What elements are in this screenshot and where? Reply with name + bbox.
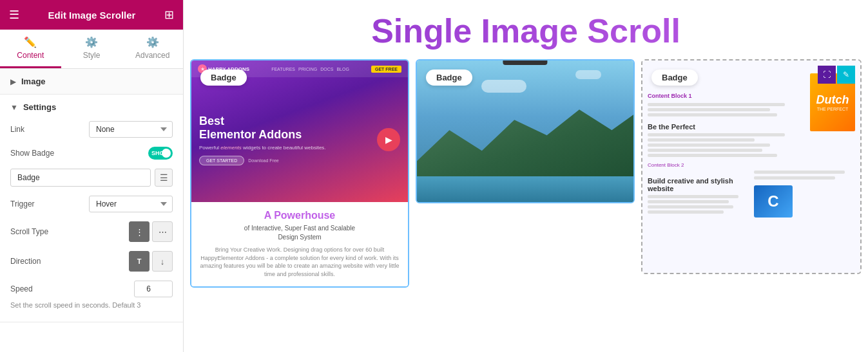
scroll-type-label: Scroll Type <box>10 227 62 236</box>
website-cta: GET FREE <box>371 66 401 73</box>
direction-down-btn[interactable]: ↓ <box>152 251 173 272</box>
scroll-type-field-row: Scroll Type ⋮ ⋯ <box>10 221 173 242</box>
page-title: Single Image Scroll <box>184 0 868 59</box>
nav-link-3: DOCS <box>320 67 333 71</box>
scroll-type-horizontal-btn[interactable]: ⋯ <box>152 221 173 242</box>
card2-badge: Badge <box>426 69 472 86</box>
link-label: Link <box>10 125 62 134</box>
direction-control: T ↓ <box>62 251 173 272</box>
tab-style[interactable]: ⚙️ Style <box>61 30 122 68</box>
doc-text-line-12 <box>648 210 724 214</box>
doc-text-line-8 <box>648 154 777 157</box>
doc-text-line-1 <box>648 103 785 106</box>
expand-icon[interactable]: ⛶ <box>818 66 836 84</box>
show-badge-label: Show Badge <box>10 149 62 158</box>
right-content: Single Image Scroll Badge ★ HAPPY ADDONS… <box>184 0 868 352</box>
website-hero-subtitle: Powerful elements widgets to create beau… <box>199 145 371 151</box>
card-website: Badge ★ HAPPY ADDONS FEATURES PRICING DO… <box>190 59 409 287</box>
website-buttons: GET STARTED Download Free <box>199 156 371 165</box>
trigger-select[interactable]: Hover Click Auto <box>89 196 173 212</box>
image-section-title: Image <box>21 77 46 86</box>
toolbar-move-btn[interactable]: ⠿ <box>519 59 531 63</box>
scroll-type-vertical-btn[interactable]: ⋮ <box>129 221 149 242</box>
doc-highlight-box: C <box>754 185 793 218</box>
card3-doc-content: Content Block 1 Dutch THE PERFECT Be the… <box>642 60 860 273</box>
toolbar-close-btn[interactable]: × <box>534 59 544 63</box>
panel-title: Edit Image Scroller <box>48 10 136 21</box>
doc-text-line-9 <box>648 195 738 198</box>
settings-title: Settings <box>23 102 56 112</box>
style-tab-icon: ⚙️ <box>85 36 98 48</box>
tab-content[interactable]: ✏️ Content <box>0 30 61 68</box>
speed-hint: Set the scroll speed in seconds. Default… <box>10 301 173 309</box>
badge-input-row: ☰ <box>10 169 173 187</box>
panel-content: ▶ Image ▼ Settings Link None URL Media F… <box>0 69 183 352</box>
link-control: None URL Media File <box>62 121 173 138</box>
direction-top-btn[interactable]: T <box>129 251 149 272</box>
speed-input[interactable] <box>134 281 173 297</box>
website-hero-text: BestElementor Addons Powerful elements w… <box>199 115 371 165</box>
show-badge-field-row: Show Badge SHOW <box>10 147 173 160</box>
badge-list-icon-btn[interactable]: ☰ <box>155 169 173 187</box>
settings-section: ▼ Settings Link None URL Media File Show… <box>0 95 183 322</box>
doc-text-line-6 <box>648 144 770 147</box>
doc-text-line-3 <box>648 113 777 116</box>
trigger-control: Hover Click Auto <box>62 196 173 212</box>
speed-field-row: Speed <box>10 281 173 297</box>
left-panel: ☰ Edit Image Scroller ⊞ ✏️ Content ⚙️ St… <box>0 0 184 352</box>
doc-book-title: Dutch <box>816 93 849 107</box>
doc-text-line-14 <box>754 176 835 180</box>
show-badge-toggle[interactable]: SHOW <box>148 147 173 160</box>
nav-link-1: FEATURES <box>271 67 295 71</box>
nav-link-2: PRICING <box>298 67 317 71</box>
panel-tabs: ✏️ Content ⚙️ Style ⚙️ Advanced <box>0 30 183 69</box>
grid-icon[interactable]: ⊞ <box>164 8 174 22</box>
nav-link-4: BLOG <box>336 67 349 71</box>
card2-toolbar: + ⠿ × <box>503 59 547 65</box>
nature-cloud-2 <box>481 80 526 93</box>
image-section-header[interactable]: ▶ Image <box>0 69 183 95</box>
settings-section-header[interactable]: ▼ Settings <box>10 102 173 112</box>
card1-badge: Badge <box>200 69 247 86</box>
scroll-type-buttons: ⋮ ⋯ <box>129 221 173 242</box>
link-select[interactable]: None URL Media File <box>89 121 173 138</box>
card1-bottom-subtitle1: of Interactive, Super Fast and Scalable <box>199 224 400 233</box>
doc-text-line-2 <box>648 108 770 111</box>
nature-water <box>417 176 633 202</box>
brand-text: elements <box>220 145 241 151</box>
trigger-field-row: Trigger Hover Click Auto <box>10 196 173 212</box>
doc-text-block-2 <box>648 133 800 157</box>
tab-advanced[interactable]: ⚙️ Advanced <box>122 30 183 68</box>
settings-arrow: ▼ <box>10 103 18 112</box>
website-hero: BestElementor Addons Powerful elements w… <box>191 77 408 202</box>
doc-header2: Content Block 2 <box>648 162 855 168</box>
direction-label: Direction <box>10 257 62 266</box>
card1-bottom-title: A Powerhouse <box>199 210 400 221</box>
website-nav-links: FEATURES PRICING DOCS BLOG <box>255 67 366 71</box>
cards-container: Badge ★ HAPPY ADDONS FEATURES PRICING DO… <box>184 59 868 352</box>
menu-icon[interactable]: ☰ <box>9 8 19 22</box>
corner-icon[interactable]: ✎ <box>837 66 855 84</box>
tab-content-label: Content <box>17 51 44 60</box>
speed-label: Speed <box>10 284 62 293</box>
scroll-type-control: ⋮ ⋯ <box>62 221 173 242</box>
show-badge-control: SHOW <box>62 147 173 160</box>
toolbar-plus-btn[interactable]: + <box>506 59 517 63</box>
doc-text-line-13 <box>754 171 845 174</box>
toggle-label: SHOW <box>151 150 169 156</box>
doc-text-line-11 <box>648 205 733 208</box>
card-nature: + ⠿ × Badge <box>416 59 635 203</box>
doc-book-subtitle: THE PERFECT <box>816 107 849 111</box>
doc-text-block <box>648 103 800 116</box>
card1-bottom: A Powerhouse of Interactive, Super Fast … <box>191 202 408 286</box>
doc-text-line-7 <box>648 149 762 152</box>
badge-input[interactable] <box>10 169 151 187</box>
website-play-btn: ▶ <box>377 128 400 151</box>
doc-right-block: C <box>754 171 855 218</box>
card-document: ‹ ⛶ ✎ Badge Content Block 1 Dutch THE PE… <box>641 59 862 274</box>
panel-header: ☰ Edit Image Scroller ⊞ <box>0 0 183 30</box>
website-btn-download: Download Free <box>248 156 278 165</box>
website-btn-getstarted: GET STARTED <box>199 156 244 165</box>
doc-text-line-5 <box>648 138 755 142</box>
doc-build-title: Build creative and stylish website <box>648 177 749 192</box>
